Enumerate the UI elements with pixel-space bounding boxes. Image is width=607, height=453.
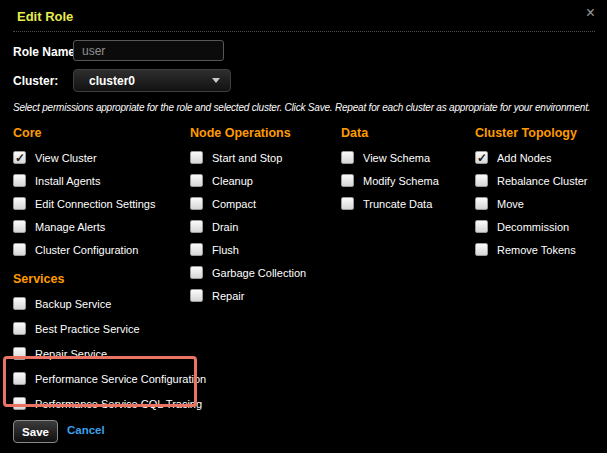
permission-item[interactable]: Move [475,197,588,210]
checkbox[interactable] [13,174,26,187]
role-name-input[interactable] [73,40,224,61]
permission-item[interactable]: Repair [190,289,306,302]
permission-label: Garbage Collection [212,267,306,279]
permission-item[interactable]: Start and Stop [190,151,306,164]
checkbox[interactable] [341,197,354,210]
permission-label: Compact [212,198,256,210]
checkbox[interactable] [341,174,354,187]
section-header-node-operations: Node Operations [190,126,306,141]
cluster-label: Cluster: [13,74,58,88]
permission-item[interactable]: Manage Alerts [13,220,155,233]
permissions-column-services: Services Backup Service Best Practice Se… [13,272,206,422]
section-header-cluster-topology: Cluster Topology [475,126,588,141]
cancel-link[interactable]: Cancel [67,424,105,436]
section-header-core: Core [13,126,155,141]
checkbox[interactable] [13,243,26,256]
cluster-selected-value: cluster0 [89,74,135,88]
permission-item[interactable]: Performance Service Configuration [13,372,206,385]
permission-label: Install Agents [35,175,100,187]
checkbox[interactable] [190,174,203,187]
permission-label: Repair Service [35,348,107,360]
permission-label: Move [497,198,524,210]
close-icon[interactable]: × [586,5,595,21]
permission-item[interactable]: Compact [190,197,306,210]
permission-item[interactable]: Cleanup [190,174,306,187]
permission-label: View Schema [363,152,430,164]
permission-label: View Cluster [35,152,97,164]
chevron-down-icon [212,78,220,83]
checkbox[interactable] [13,347,26,360]
permission-item[interactable]: Best Practice Service [13,322,206,335]
role-name-label: Role Name: [13,45,79,59]
permission-label: Remove Tokens [497,244,576,256]
checkbox[interactable] [13,297,26,310]
checkbox[interactable] [475,197,488,210]
checkbox[interactable] [475,243,488,256]
edit-role-dialog: Edit Role × Role Name: Cluster: cluster0… [0,0,607,453]
permission-label: Manage Alerts [35,221,105,233]
permission-label: Performance Service CQL Tracing [35,398,202,410]
checkbox[interactable] [190,151,203,164]
permissions-column-data: Data View Schema Modify Schema Truncate … [341,126,439,220]
permission-item[interactable]: View Cluster [13,151,155,164]
permission-item[interactable]: Install Agents [13,174,155,187]
permission-item[interactable]: Repair Service [13,347,206,360]
permission-item[interactable]: Truncate Data [341,197,439,210]
permission-label: Repair [212,290,244,302]
permission-item[interactable]: Drain [190,220,306,233]
cluster-select[interactable]: cluster0 [73,69,231,92]
instructions-text: Select permissions appropriate for the r… [13,102,590,113]
permission-label: Cleanup [212,175,253,187]
checkbox[interactable] [190,220,203,233]
checkbox[interactable] [13,151,26,164]
permission-item[interactable]: Garbage Collection [190,266,306,279]
permission-label: Rebalance Cluster [497,175,588,187]
permission-label: Truncate Data [363,198,432,210]
checkbox[interactable] [475,220,488,233]
permission-label: Backup Service [35,298,111,310]
permission-label: Flush [212,244,239,256]
checkbox[interactable] [190,197,203,210]
checkbox[interactable] [13,372,26,385]
dialog-title: Edit Role [17,9,73,24]
permission-label: Add Nodes [497,152,551,164]
permission-item[interactable]: Flush [190,243,306,256]
checkbox[interactable] [13,397,26,410]
permission-item[interactable]: Backup Service [13,297,206,310]
permission-item[interactable]: Add Nodes [475,151,588,164]
permission-item[interactable]: Rebalance Cluster [475,174,588,187]
permission-item[interactable]: Cluster Configuration [13,243,155,256]
checkbox[interactable] [13,220,26,233]
permission-label: Modify Schema [363,175,439,187]
permission-label: Performance Service Configuration [35,373,206,385]
permission-item[interactable]: Remove Tokens [475,243,588,256]
permissions-column-cluster-topology: Cluster Topology Add Nodes Rebalance Clu… [475,126,588,266]
permission-item[interactable]: View Schema [341,151,439,164]
permission-item[interactable]: Performance Service CQL Tracing [13,397,206,410]
permission-label: Drain [212,221,238,233]
checkbox[interactable] [13,197,26,210]
divider [13,31,595,32]
permission-label: Best Practice Service [35,323,140,335]
permissions-column-core: Core View Cluster Install Agents Edit Co… [13,126,155,266]
section-header-services: Services [13,272,206,287]
section-header-data: Data [341,126,439,141]
permission-label: Cluster Configuration [35,244,138,256]
permissions-column-node-operations: Node Operations Start and Stop Cleanup C… [190,126,306,312]
permission-item[interactable]: Decommission [475,220,588,233]
permission-item[interactable]: Edit Connection Settings [13,197,155,210]
permission-label: Edit Connection Settings [35,198,155,210]
checkbox[interactable] [13,322,26,335]
checkbox[interactable] [475,174,488,187]
checkbox[interactable] [190,243,203,256]
permission-item[interactable]: Modify Schema [341,174,439,187]
checkbox[interactable] [341,151,354,164]
permission-label: Start and Stop [212,152,282,164]
permission-label: Decommission [497,221,569,233]
save-button[interactable]: Save [13,420,58,443]
checkbox[interactable] [475,151,488,164]
